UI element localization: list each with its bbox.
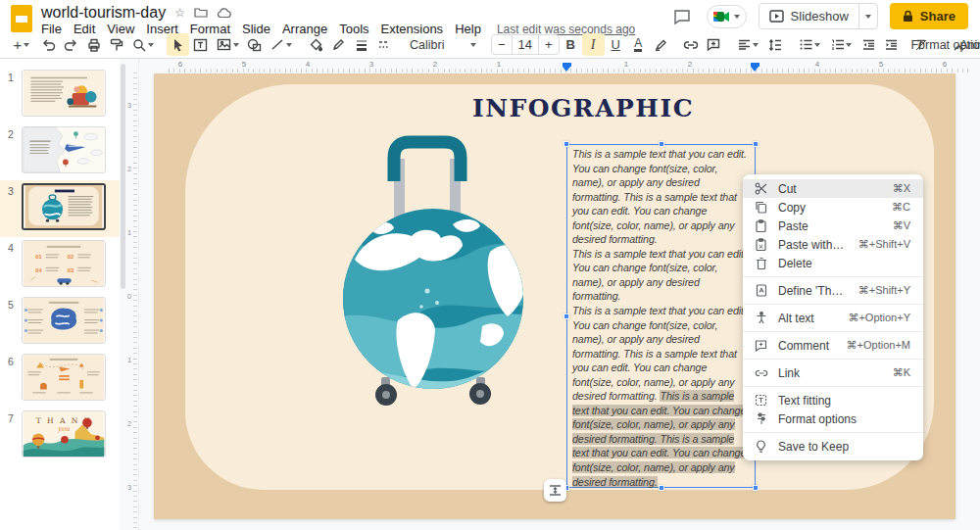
link-icon [754,365,768,380]
font-family-value: Calibri [410,38,444,52]
redo-button[interactable] [60,33,82,56]
context-menu-define[interactable]: Define 'This is a sample te..'⌘+Shift+Y [743,281,923,300]
animate-button[interactable]: Animate [971,33,980,56]
font-size-decrease-button[interactable]: − [492,35,512,54]
ruler-number: 2 [127,419,131,428]
ruler-number: 1 [624,60,628,69]
context-menu-alt-text[interactable]: Alt text⌘+Option+Y [743,309,923,327]
zoom-button[interactable] [127,33,159,56]
indent-marker-left[interactable] [563,63,571,72]
text-box-button[interactable] [189,33,212,56]
font-size-increase-button[interactable]: + [539,35,559,54]
text-box-content[interactable]: This is a sample text that you can edit.… [572,147,751,489]
slide-title[interactable]: INFOGRAPHIC [472,94,694,122]
context-menu-save-to-keep[interactable]: Save to Keep [743,437,923,456]
border-color-button[interactable] [327,33,350,56]
thumbnail-art-6 [23,355,105,400]
selected-text-box[interactable]: This is a sample text that you can edit.… [566,144,756,488]
slide-thumbnail-3[interactable] [22,183,106,230]
new-slide-button[interactable]: + [6,33,37,56]
context-menu-delete[interactable]: Delete [743,254,923,272]
resize-handle-n[interactable] [659,141,664,147]
border-dash-button[interactable] [372,33,395,56]
context-menu-format-options[interactable]: Format options [743,410,923,428]
play-icon [769,10,784,23]
scrollbar-thumb[interactable] [121,64,125,289]
slideshow-caret[interactable] [858,4,877,28]
resize-handle-s[interactable] [659,485,664,491]
clipboard-icon [754,218,768,233]
slide-thumbnail-row-3[interactable]: 3 [0,180,120,237]
slide-thumbnail-4[interactable]: 01020403 [22,240,106,287]
menu-separator [743,276,923,277]
font-family-select[interactable]: Calibri [403,33,483,56]
context-menu-text-fitting[interactable]: Text fitting [743,391,923,410]
share-button[interactable]: Share [890,3,968,29]
slideshow-button[interactable]: Slideshow [759,3,878,29]
line-spacing-button[interactable] [764,33,787,56]
text-fitting-quick-button[interactable] [544,479,566,502]
indent-marker-right[interactable] [751,63,760,72]
globe-suitcase-illustration[interactable] [335,134,531,418]
slide-thumbnail-row-6[interactable]: 6 [0,351,120,408]
slide-thumbnail-row-2[interactable]: 2 [0,123,120,180]
slide-number: 7 [8,410,22,424]
slide-thumbnail-7[interactable]: T H A N Kyou [22,410,106,458]
dictionary-icon [754,283,768,298]
ruler-number: 1 [497,60,501,69]
cloud-saved-icon[interactable] [217,8,231,19]
star-icon[interactable]: ☆ [174,6,185,20]
insert-line-button[interactable] [266,33,297,56]
border-weight-button[interactable] [350,33,372,56]
slide-thumbnail-row-7[interactable]: 7 T H A N Kyou [0,408,120,464]
slide-thumbnail-row-1[interactable]: 1 [0,67,120,123]
align-button[interactable] [733,33,764,56]
context-menu-paste[interactable]: Paste⌘V [743,217,923,235]
resize-handle-w[interactable] [564,313,569,319]
context-menu-comment[interactable]: Comment⌘+Option+M [743,336,923,355]
resize-handle-se[interactable] [753,485,759,491]
context-menu-copy[interactable]: Copy⌘C [743,198,923,217]
slide-thumbnail-2[interactable] [22,126,106,173]
filmstrip-scrollbar[interactable] [120,59,126,530]
slides-logo[interactable] [11,5,32,32]
underline-button[interactable]: U [605,33,627,56]
insert-image-button[interactable] [212,33,243,56]
collapse-toolbar-button[interactable] [948,36,970,59]
ruler-number: 6 [943,60,947,69]
decrease-indent-button[interactable] [858,33,880,56]
insert-comment-button[interactable] [703,33,725,56]
numbered-list-button[interactable] [826,33,858,56]
context-menu-cut[interactable]: Cut⌘X [743,179,923,198]
increase-indent-button[interactable] [880,33,903,56]
text-color-button[interactable]: A [627,33,650,56]
resize-handle-nw[interactable] [564,141,569,147]
slide-thumbnail-6[interactable] [22,354,106,401]
resize-handle-ne[interactable] [753,141,759,147]
fill-color-button[interactable] [305,33,327,56]
document-title[interactable]: world-tourism-day [41,4,166,22]
slide-thumbnail-5[interactable] [22,297,106,344]
svg-text:02: 02 [68,254,74,260]
slide-thumbnail-row-4[interactable]: 4 01020403 [0,237,120,294]
context-menu-paste-without-formatting[interactable]: Paste without formatting⌘+Shift+V [743,235,923,254]
select-tool-button[interactable] [167,33,189,56]
context-menu-link[interactable]: Link⌘K [743,363,923,382]
meet-button[interactable] [707,5,747,28]
font-size-value[interactable]: 14 [512,35,539,54]
undo-button[interactable] [37,33,60,56]
print-button[interactable] [82,33,105,56]
slide-thumbnail-row-5[interactable]: 5 [0,294,120,351]
move-folder-icon[interactable] [194,7,208,19]
bulleted-list-button[interactable] [795,33,826,56]
bold-button[interactable]: B [560,33,582,56]
ruler-number: 3 [369,60,373,69]
highlight-color-button[interactable] [650,33,672,56]
insert-link-button[interactable] [680,33,703,56]
slide-thumbnail-1[interactable] [22,70,106,117]
paint-format-button[interactable] [105,33,127,56]
insert-shape-button[interactable] [243,33,266,56]
ruler-number: 2 [688,60,692,69]
comment-history-icon[interactable] [669,4,695,29]
italic-button[interactable]: I [582,33,605,56]
